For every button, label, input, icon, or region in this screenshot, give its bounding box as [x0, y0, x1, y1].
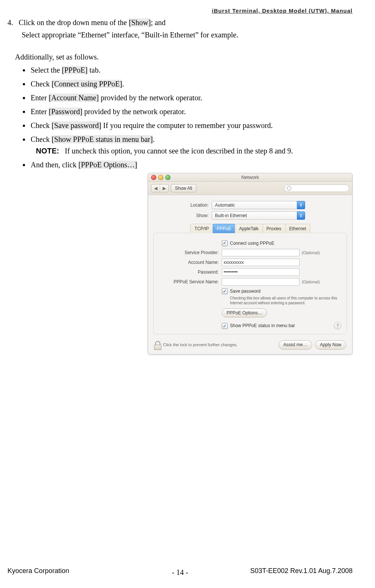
footer-company: Kyocera Corporation — [7, 567, 69, 575]
save-password-label: Save password — [230, 289, 261, 294]
window-title: Network — [148, 174, 352, 181]
updown-icon: ▲▼ — [297, 211, 305, 220]
location-label: Location: — [153, 202, 212, 209]
additionally: Additionally, set as follows. — [15, 51, 353, 63]
show-status-menubar-label: Show PPPoE status in menu bar — [230, 322, 295, 329]
mac-network-window: Network ◀ ▶ Show All Location: Automatic — [148, 173, 353, 354]
tab-bar: TCP/IP PPPoE AppleTalk Proxies Ethernet — [153, 223, 347, 233]
step-text-line-1: Click on the drop down menu of the [Show… — [19, 17, 166, 28]
account-name-label: Account Name: — [159, 259, 222, 266]
list-item: And then, click [PPPoE Options…] — [30, 159, 353, 171]
show-all-button[interactable]: Show All — [171, 184, 196, 192]
tab-tcpip[interactable]: TCP/IP — [190, 224, 213, 233]
list-item: Enter [Password] provided by the network… — [30, 106, 353, 118]
search-input[interactable] — [284, 185, 349, 192]
apply-now-button[interactable]: Apply Now — [315, 340, 346, 350]
doc-header: iBurst Terminal, Desktop Model (UTW), Ma… — [7, 7, 353, 14]
note: NOTE: If uncheck this option, you cannot… — [36, 145, 353, 157]
list-item: Check [Connect using PPPoE]. — [30, 78, 353, 90]
screenshot-figure: Network ◀ ▶ Show All Location: Automatic — [7, 173, 353, 354]
tab-appletalk[interactable]: AppleTalk — [235, 224, 262, 233]
updown-icon: ▲▼ — [297, 201, 305, 209]
step-number: 4. — [7, 17, 19, 28]
list-item: Check [Show PPPoE status in menu bar]. N… — [30, 134, 353, 157]
save-password-checkbox[interactable] — [222, 288, 228, 294]
tab-pppoe[interactable]: PPPoE — [213, 224, 236, 233]
tab-proxies[interactable]: Proxies — [262, 224, 286, 233]
optional-note: (Optional) — [302, 279, 320, 285]
show-label: Show: — [153, 212, 212, 219]
assist-me-button[interactable]: Assist me… — [279, 340, 312, 350]
list-item: Enter [Account Name] provided by the net… — [30, 92, 353, 104]
connect-pppoe-checkbox[interactable] — [222, 240, 228, 246]
service-provider-input[interactable] — [222, 249, 299, 256]
footer-rev: S03T-EE002 Rev.1.01 Aug.7.2008 — [250, 567, 353, 575]
pppoe-panel: Connect using PPPoE Service Provider: (O… — [153, 233, 347, 335]
help-button[interactable]: ? — [334, 322, 341, 329]
account-name-input[interactable] — [222, 259, 299, 266]
step-text-line-2: Select appropriate “Ethernet” interface,… — [22, 29, 353, 41]
lock-icon — [154, 341, 161, 349]
lock-row[interactable]: Click the lock to prevent further change… — [154, 341, 237, 349]
service-provider-label: Service Provider: — [159, 249, 222, 256]
pppoe-service-name-input[interactable] — [222, 278, 299, 286]
pppoe-service-name-label: PPPoE Service Name: — [159, 278, 222, 286]
toolbar: ◀ ▶ Show All — [148, 182, 352, 195]
location-select[interactable]: Automatic ▲▼ — [212, 201, 305, 209]
chevron-left-icon: ◀ — [151, 185, 160, 192]
titlebar: Network — [148, 173, 352, 182]
save-password-hint: Checking this box allows all users of th… — [230, 296, 341, 305]
show-status-menubar-checkbox[interactable] — [222, 323, 228, 329]
doc-footer: Kyocera Corporation S03T-EE002 Rev.1.01 … — [7, 567, 353, 577]
connect-pppoe-label: Connect using PPPoE — [230, 240, 274, 247]
instruction-list: Select the [PPPoE] tab. Check [Connect u… — [30, 64, 353, 171]
password-input[interactable] — [222, 268, 299, 276]
password-label: Password: — [159, 269, 222, 276]
list-item: Check [Save password] If you require the… — [30, 120, 353, 131]
list-item: Select the [PPPoE] tab. — [30, 64, 353, 76]
optional-note: (Optional) — [302, 250, 320, 256]
chevron-right-icon: ▶ — [160, 185, 168, 192]
pppoe-options-button[interactable]: PPPoE Options… — [222, 308, 267, 318]
tab-ethernet[interactable]: Ethernet — [285, 224, 310, 233]
nav-back-forward[interactable]: ◀ ▶ — [151, 184, 169, 192]
show-select[interactable]: Built-in Ethernet ▲▼ — [212, 211, 305, 220]
